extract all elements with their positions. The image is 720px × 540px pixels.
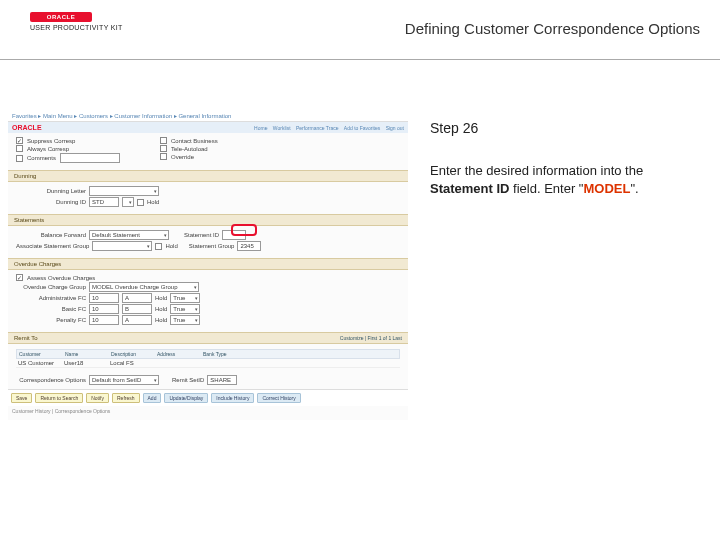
- oracle-logo-text: ORACLE: [47, 14, 75, 20]
- dunning-id-input[interactable]: STD: [89, 197, 119, 207]
- dunning-hold-checkbox[interactable]: [137, 199, 144, 206]
- notify-button[interactable]: Notify: [86, 393, 109, 403]
- bottom-toolbar: Save Return to Search Notify Refresh Add…: [8, 389, 408, 406]
- ovgrp-select[interactable]: MODEL Overdue Charge Group: [89, 282, 199, 292]
- dunning-id-picker[interactable]: [122, 197, 134, 207]
- remit-heading: Remit To: [14, 335, 38, 341]
- link-home[interactable]: Home: [254, 125, 267, 131]
- remit-setid-input[interactable]: SHARE: [207, 375, 237, 385]
- page-title: Defining Customer Correspondence Options: [405, 20, 700, 37]
- label-contact: Contact Business: [171, 138, 218, 144]
- cell: [202, 360, 240, 366]
- checkbox-tele[interactable]: [160, 145, 167, 152]
- section-overdue-head: Overdue Charges: [8, 258, 408, 270]
- statement-id-input[interactable]: [222, 230, 246, 240]
- row-select[interactable]: True: [170, 315, 200, 325]
- comments-input[interactable]: [60, 153, 120, 163]
- row-input[interactable]: 10: [89, 315, 119, 325]
- link-fav[interactable]: Add to Favorites: [344, 125, 380, 131]
- row-select[interactable]: True: [170, 293, 200, 303]
- checkbox-contact[interactable]: [160, 137, 167, 144]
- breadcrumb[interactable]: Favorites ▸ Main Menu ▸ Customers ▸ Cust…: [8, 110, 408, 122]
- oracle-logo: ORACLE: [30, 12, 92, 22]
- row-input[interactable]: B: [122, 304, 152, 314]
- add-button[interactable]: Add: [143, 393, 162, 403]
- dunning-id-label: Dunning ID: [16, 199, 86, 205]
- row-input[interactable]: A: [122, 315, 152, 325]
- col: Address: [157, 351, 195, 357]
- corr-opt-label: Correspondence Options: [16, 377, 86, 383]
- refresh-button[interactable]: Refresh: [112, 393, 140, 403]
- checkbox-override[interactable]: [160, 153, 167, 160]
- table-row: Penalty FC10AHoldTrue: [16, 315, 400, 325]
- app-screenshot: Favorites ▸ Main Menu ▸ Customers ▸ Cust…: [8, 110, 408, 420]
- row-input[interactable]: A: [122, 293, 152, 303]
- label-override: Override: [171, 154, 194, 160]
- update-button[interactable]: Update/Display: [164, 393, 208, 403]
- checkbox-always[interactable]: [16, 145, 23, 152]
- row-label: Administrative FC: [16, 295, 86, 301]
- assess-overdue-label: Assess Overdue Charges: [27, 275, 95, 281]
- row-input[interactable]: 10: [89, 304, 119, 314]
- corr-options-row: Correspondence Options Default from SetI…: [8, 371, 408, 389]
- row-select[interactable]: True: [170, 304, 200, 314]
- col: Bank Type: [203, 351, 241, 357]
- checkbox-comments[interactable]: [16, 155, 23, 162]
- section-remit-head: Remit To Customize | First 1 of 1 Last: [8, 332, 408, 344]
- row-text: Hold: [155, 306, 167, 312]
- cell: Local FS: [110, 360, 148, 366]
- cell: US Customer: [18, 360, 56, 366]
- overdue-rows: Administrative FC10AHoldTrue Basic FC10B…: [16, 293, 400, 325]
- assess-overdue-checkbox[interactable]: [16, 274, 23, 281]
- save-button[interactable]: Save: [11, 393, 32, 403]
- row-label: Basic FC: [16, 306, 86, 312]
- customize-links[interactable]: Customize | First 1 of 1 Last: [340, 335, 402, 341]
- checkbox-suppress[interactable]: [16, 137, 23, 144]
- row-input[interactable]: 10: [89, 293, 119, 303]
- remit-setid-label: Remit SetID: [172, 377, 204, 383]
- row-label: Penalty FC: [16, 317, 86, 323]
- dunning-letter-select[interactable]: [89, 186, 159, 196]
- label-suppress: Suppress Corresp: [27, 138, 75, 144]
- row-text: Hold: [155, 317, 167, 323]
- return-button[interactable]: Return to Search: [35, 393, 83, 403]
- step-number: Step 26: [430, 120, 700, 136]
- section-statements-head: Statements: [8, 214, 408, 226]
- correct-history-button[interactable]: Correct History: [257, 393, 300, 403]
- col: Name: [65, 351, 103, 357]
- link-perf[interactable]: Performance Trace: [296, 125, 339, 131]
- top-checks: Suppress Corresp Always Corresp Comments…: [8, 133, 408, 167]
- include-history-button[interactable]: Include History: [211, 393, 254, 403]
- app-top-bar: ORACLE Home Worklist Performance Trace A…: [8, 122, 408, 133]
- table-row[interactable]: US Customer User18 Local FS: [16, 359, 400, 368]
- instruction-text: Enter the desired information into the S…: [430, 162, 700, 197]
- table-row: Basic FC10BHoldTrue: [16, 304, 400, 314]
- link-worklist[interactable]: Worklist: [273, 125, 291, 131]
- section-dunning: Dunning Letter Dunning ID STD Hold: [8, 182, 408, 211]
- upk-label: USER PRODUCTIVITY KIT: [30, 24, 123, 31]
- label-always: Always Corresp: [27, 146, 69, 152]
- dunning-hold-label: Hold: [147, 199, 159, 205]
- corr-opt-select[interactable]: Default from SetID: [89, 375, 159, 385]
- balance-fwd-select[interactable]: Default Statement: [89, 230, 169, 240]
- section-overdue: Assess Overdue Charges Overdue Charge Gr…: [8, 270, 408, 329]
- assoc-stmt-label: Associate Statement Group: [16, 243, 89, 249]
- section-statements: Balance Forward Default Statement Statem…: [8, 226, 408, 255]
- stmt-grp-input[interactable]: 2345: [237, 241, 261, 251]
- assoc-stmt-select[interactable]: [92, 241, 152, 251]
- statements-hold-label: Hold: [165, 243, 177, 249]
- footer-links[interactable]: Customer History | Correspondence Option…: [8, 406, 408, 416]
- statements-hold-checkbox[interactable]: [155, 243, 162, 250]
- remit-table: Customer Name Description Address Bank T…: [16, 349, 400, 368]
- link-signout[interactable]: Sign out: [386, 125, 404, 131]
- app-brand: ORACLE: [12, 124, 42, 131]
- table-header: Customer Name Description Address Bank T…: [16, 349, 400, 359]
- row-text: Hold: [155, 295, 167, 301]
- dunning-letter-label: Dunning Letter: [16, 188, 86, 194]
- label-comments: Comments: [27, 155, 56, 161]
- section-dunning-head: Dunning: [8, 170, 408, 182]
- instr-suffix: ".: [630, 181, 638, 196]
- cell: [156, 360, 194, 366]
- col: Customer: [19, 351, 57, 357]
- header: ORACLE USER PRODUCTIVITY KIT Defining Cu…: [0, 0, 720, 60]
